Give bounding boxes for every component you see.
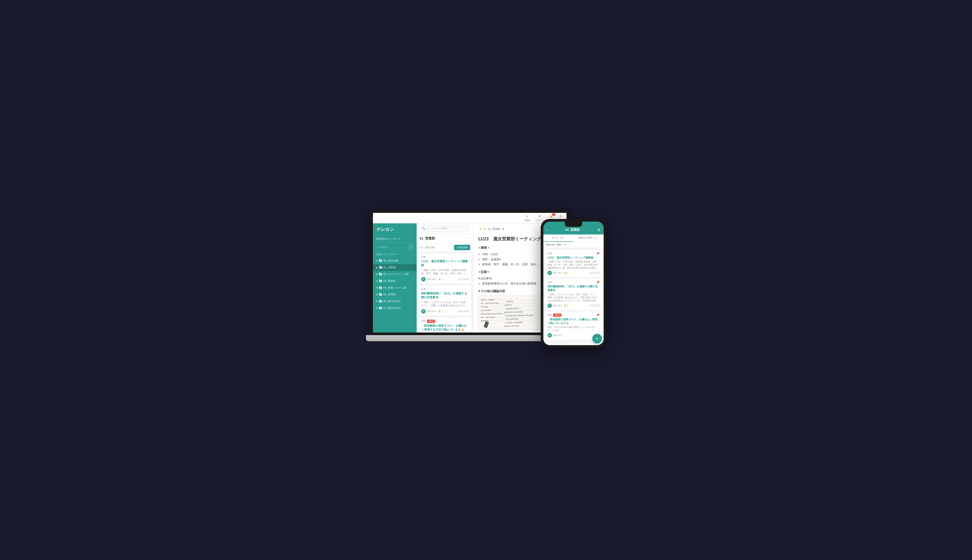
phone-unresolved-badge: 未解決 [553,313,561,317]
folder-icon [379,260,382,262]
sidebar-item-07[interactable]: 07_西日本支社 [373,305,417,312]
phone-gear-icon[interactable]: ⚙ [597,228,600,232]
sidebar-item-label-03: 03_製造部 [383,279,396,283]
phone-date-1: 今日 15:16 [589,304,600,307]
item-footer-1: 椎 椎名 恭子 💡 1 今日 15:16 [421,309,469,313]
author-name-0: 椎名 恭子 [428,278,437,281]
notification-badge: 5 [552,213,555,216]
phone-card-excerpt-2: 現在、手元の手帳や付箋で管理をしているのですが、その日... [548,326,600,332]
item-title-0: 11/23 週次営業部ミーティング議事録 [421,259,469,267]
phone-card-excerpt-1: ＜背景＞このマニュアルは、QCD（品質、コスト、納期）の各要素に焦点を当てた、円… [548,293,600,302]
phone-card-title-1: 契約書締結時に「QCD」を確認する際の注意事項 [548,285,600,292]
dot-icon-05 [376,294,378,295]
chevron-down-doc-icon[interactable]: ▼ [502,227,505,230]
unresolved-badge: 未解決 [427,320,435,323]
list-header: 01_営業部 ⋯ [417,234,473,243]
folder-icon-06 [379,300,382,303]
sidebar-section-title: 最新のアップデート [373,252,417,257]
search-icon: 🔍 [422,227,425,230]
avatar-0: 椎 [421,277,426,282]
sidebar-item-01[interactable]: 01_営業部 [373,264,417,271]
company-chevron-down-icon[interactable] [398,237,400,240]
pin-icon-1: 📌 [596,281,600,284]
list-items: 記事 11/23 週次営業部ミーティング議事録 ＜概要＞日時：11/23 場所：… [417,252,473,333]
sidebar-item-03[interactable]: 03_製造部 [373,278,417,285]
phone-back-button[interactable]: ‹ [546,228,548,232]
search-bar: 🔍 キーワードで検索 [417,223,473,234]
phone-author-0: 椎名 恭子 [553,272,563,275]
todo-nav-item[interactable]: ☑ ToDo [524,214,529,222]
sidebar-item-05[interactable]: 05_管理部 [373,291,417,298]
members-count: 3人 [420,246,423,249]
phone-list-item[interactable]: 記事 📌 11/23 週次営業部ミーティング議事録 ＜概要＞日時：11/23 場… [545,250,602,278]
item-footer-0: 椎 椎名 恭子 💡 0 今日 15:16 [421,277,469,282]
screen-bezel: ☑ ToDo 💬 コメント 🔔 5 通知 ☰ 設定 [370,210,569,335]
phone-notch [565,222,582,227]
folder-icon-03 [379,280,382,282]
avatar-1: 椎 [421,309,426,313]
item-title-2: 「新規顧客の追客タスク」を漏れなく管理する方法で悩んでいます🙏 [421,324,469,332]
phone-card-type-2: 質問 未解決 📌 [548,313,600,317]
folder-icon-07 [379,307,382,309]
app-logo: ナレカン [373,223,417,235]
folder-icon-04 [379,287,382,289]
phone-fab-button[interactable]: + [592,334,602,343]
folder-icon-nav: 📁 [483,227,486,230]
pin-icon: 📌 [596,252,600,255]
author-name-1: 椎名 恭子 [428,310,437,313]
main-area: ナレカン 株式会社ストーク フォルダ + 最新のアップデート [373,223,566,333]
phone-tab-unresolved[interactable]: 未解決の質問（1） [573,235,604,242]
list-item[interactable]: 記事 契約書締結時に「QCD」を確認する際の注意事項 ＜背景＞ このマニュアルは… [418,285,471,316]
dot-icon-03 [376,280,378,282]
phone-screen: ‹ 01_営業部 ⚙ すべて（8） 未解決の質問（1） 更新日順（降順） ▼ 記… [543,222,604,345]
dot-icon-06 [376,301,378,302]
sidebar-item-06[interactable]: 06_東日本支社 [373,298,417,305]
sort-order[interactable]: 更新日順↓ [425,246,436,249]
sidebar-item-02[interactable]: 02_マーケティング部 [373,271,417,278]
todo-label: ToDo [524,219,529,222]
sidebar-item-label-00: 00_全社共通 [383,259,398,263]
sidebar-item-label-06: 06_東日本支社 [383,300,401,303]
date-1: 今日 15:16 [458,310,469,313]
list-item[interactable]: 記事 11/23 週次営業部ミーティング議事録 ＜概要＞日時：11/23 場所：… [418,253,471,284]
company-name: 株式会社ストーク [373,235,417,243]
list-item[interactable]: 質問 未解決 「新規顧客の追客タスク」を漏れなく管理する方法で悩んでいます🙏 現… [418,317,471,333]
dot-icon-04 [376,287,378,288]
phone-list-item[interactable]: 記事 📌 契約書締結時に「QCD」を確認する際の注意事項 ＜背景＞このマニュアル… [545,278,602,310]
phone-card-footer-1: 椎 椎名 恭子 💡 1 今日 15:16 [548,303,600,308]
add-folder-button[interactable]: + [409,245,413,249]
phone-card-footer-0: 椎 椎名 恭子 💡 0 今日 15:16 [548,271,600,275]
like-count-0: 💡 0 [438,278,443,280]
sidebar-item-label-01: 01_営業部 [384,266,396,269]
list-more-icon[interactable]: ⋯ [467,237,470,241]
phone-date-0: 今日 15:16 [589,272,600,275]
phone-author-2: 椎名 恭子 [553,334,563,337]
sidebar-item-00[interactable]: 00_全社共通 [373,257,417,264]
phone-card-title-2: 「新規顧客の追客タスク」を漏れなく管理で悩んでいます🙏 [548,318,600,325]
dot-icon-07 [376,307,378,309]
comments-nav-item[interactable]: 💬 コメント [535,214,544,222]
new-post-button[interactable]: + 新規投稿 [454,245,470,250]
comment-icon: 💬 [537,214,541,218]
phone-likes-1: 💡 1 [564,304,568,307]
phone-tab-all[interactable]: すべて（8） [543,235,573,242]
sidebar-item-04[interactable]: 04_情報システム部 [373,285,417,291]
breadcrumb-folder[interactable]: 01_営業部 [488,227,500,231]
sidebar-item-label-04: 04_情報システム部 [383,286,406,290]
phone-sort[interactable]: 更新日順（降順） ▼ [543,242,604,248]
search-container[interactable]: 🔍 キーワードで検索 [420,225,470,232]
todo-icon: ☑ [525,214,529,219]
search-placeholder: キーワードで検索 [427,227,448,230]
folder-icon-01 [379,267,382,269]
sidebar: ナレカン 株式会社ストーク フォルダ + 最新のアップデート [373,223,417,333]
phone-card-type-1: 記事 📌 [548,281,600,284]
nav-back-icon[interactable]: 《 [478,227,481,232]
laptop-screen: ☑ ToDo 💬 コメント 🔔 5 通知 ☰ 設定 [373,213,566,333]
chevron-right-icon [376,266,378,269]
content-list: 🔍 キーワードで検索 01_営業部 ⋯ 3人 更新日順↓ [417,223,473,333]
date-0: 今日 15:16 [458,278,469,281]
phone-card-title-0: 11/23 週次営業部ミーティング議事録 [548,256,600,260]
phone-tabs: すべて（8） 未解決の質問（1） [543,235,604,242]
item-excerpt-1: ＜背景＞ このマニュアルは、QCD（品質、コスト、納期）の各要素に焦点を当てた、… [421,301,469,307]
list-meta: 3人 更新日順↓ + 新規投稿 [417,243,473,252]
